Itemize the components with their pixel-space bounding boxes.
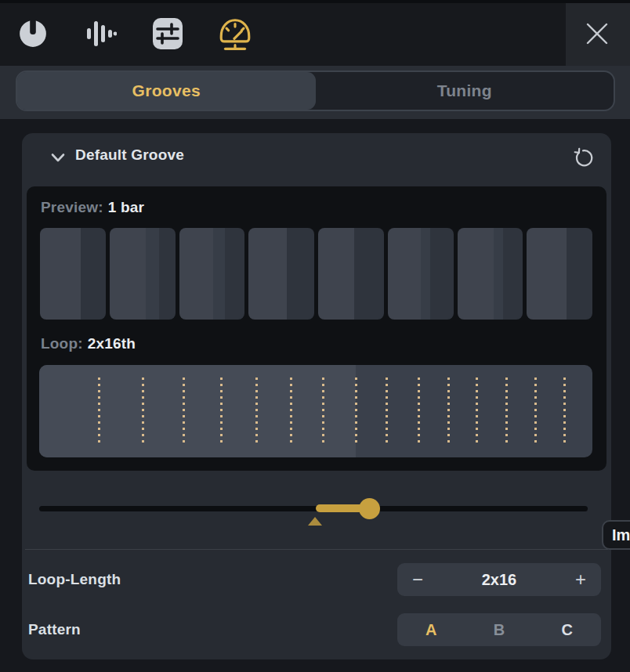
preview-block-stripe [567,228,593,320]
loop-grid-line [355,378,357,446]
preview-block-stripe [458,228,494,320]
loop-label-key: Loop: [41,335,83,352]
groove-card-header: Default Groove [22,133,611,183]
preview-block [527,228,592,320]
preview-block-stripe [527,228,566,320]
preview-block-stripe [318,228,354,320]
gauge-icon [217,16,253,54]
section-divider [25,549,608,550]
preview-panel: Preview:1 bar Loop:2x16th [27,186,606,471]
loop-length-label: Loop-Length [28,571,121,588]
loop-grid-line [98,378,100,446]
preview-block-stripe [159,228,176,320]
preview-label-key: Preview: [41,199,103,215]
tab-grooves[interactable]: Grooves [17,72,316,110]
collapse-button[interactable] [45,146,71,171]
preview-block [179,228,245,320]
pattern-label: Pattern [28,621,81,638]
loop-length-value: 2x16 [438,571,560,589]
preview-block-stripe [494,228,504,320]
preview-blocks[interactable] [40,228,592,320]
knob-icon [18,19,48,51]
loop-length-decrement-button[interactable]: − [397,563,438,596]
loop-grid-line [505,378,508,446]
loop-grid[interactable] [39,365,592,457]
preview-label: Preview:1 bar [41,199,144,216]
slider-handle[interactable] [359,498,380,519]
preview-block-stripe [110,228,146,320]
loop-grid-line [255,378,258,446]
loop-grid-line [447,378,450,446]
waveform-tab-button[interactable] [81,13,119,56]
preview-block-stripe [81,228,106,320]
preview-block-stripe [179,228,214,320]
pattern-option-b[interactable]: B [465,613,534,646]
loop-grid-line [386,378,388,446]
groove-card: Default Groove [22,133,611,659]
preview-block [248,228,314,320]
loop-grid-line [290,378,292,446]
pattern-segmented-control: A B C [397,613,601,646]
preview-block-stripe [146,228,159,320]
preview-block-stripe [225,228,244,320]
knob-tab-button[interactable] [14,13,52,56]
preview-block [318,228,384,320]
channel-settings-icon [150,16,185,53]
preview-block-stripe [388,228,421,320]
loop-label-value: 2x16th [88,335,136,352]
groove-amount-slider[interactable] [39,489,588,529]
loop-grid-line [534,378,537,446]
toolbar-icon-group [14,3,254,66]
loop-grid-line [476,378,478,446]
loop-grid-line [220,378,223,446]
preview-block-stripe [40,228,81,320]
preview-block [40,228,106,320]
import-button[interactable]: Im [602,520,630,550]
preview-label-value: 1 bar [108,199,144,215]
top-toolbar [0,3,630,66]
channel-settings-tab-button[interactable] [149,13,186,56]
pattern-option-a[interactable]: A [397,613,465,646]
groove-title: Default Groove [75,146,184,164]
slider-default-marker-icon [308,517,322,526]
preview-block-stripe [430,228,453,320]
preview-block-stripe [287,228,314,320]
slider-track[interactable] [39,506,588,511]
loop-label: Loop:2x16th [41,335,136,352]
preview-block [388,228,454,320]
loop-grid-line [142,378,144,446]
plugin-window: Grooves Tuning Default Groove [0,0,630,672]
preview-block-stripe [248,228,287,320]
tab-tuning[interactable]: Tuning [316,72,614,110]
preview-block-stripe [213,228,225,320]
close-icon [583,20,611,50]
reset-button[interactable] [566,141,600,175]
tab-container: Grooves Tuning [16,70,615,111]
gauge-tab-button[interactable] [216,13,254,56]
loop-grid-line [322,378,324,446]
tab-strip: Grooves Tuning [0,66,630,119]
preview-block-stripe [354,228,384,320]
loop-grid-line [418,378,420,446]
close-button[interactable] [580,17,614,52]
preview-block-stripe [503,228,523,320]
pattern-option-c[interactable]: C [533,613,601,646]
loop-length-increment-button[interactable]: + [560,563,601,596]
reset-icon [570,145,596,172]
page-area: Default Groove [0,119,630,672]
loop-length-stepper: − 2x16 + [397,563,601,596]
loop-grid-line [563,378,566,446]
preview-block-stripe [421,228,431,320]
preview-block [110,228,176,320]
chevron-down-icon [49,149,67,168]
waveform-icon [84,17,117,52]
preview-block [458,228,523,320]
loop-active-region [39,365,356,457]
loop-grid-line [183,378,185,446]
